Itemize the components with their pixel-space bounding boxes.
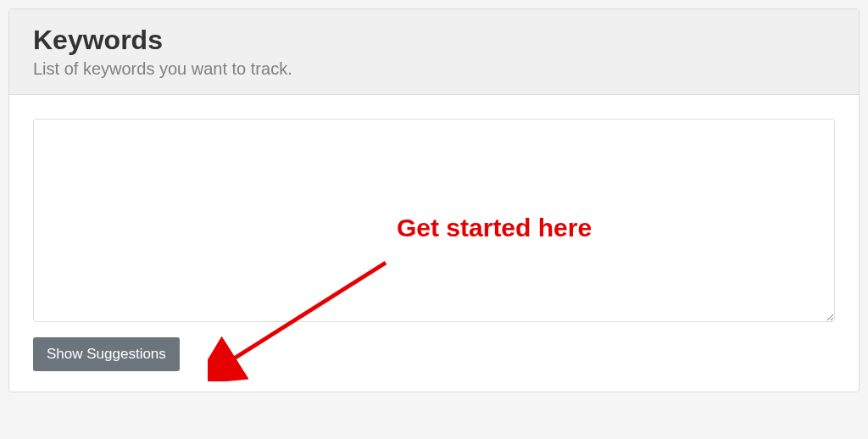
panel-subtitle: List of keywords you want to track.: [33, 59, 835, 79]
panel-body: Show Suggestions: [9, 95, 859, 392]
show-suggestions-button[interactable]: Show Suggestions: [33, 337, 180, 371]
panel-header: Keywords List of keywords you want to tr…: [9, 9, 859, 95]
keywords-panel: Keywords List of keywords you want to tr…: [8, 8, 860, 392]
panel-title: Keywords: [33, 25, 835, 56]
keywords-input[interactable]: [33, 119, 835, 322]
